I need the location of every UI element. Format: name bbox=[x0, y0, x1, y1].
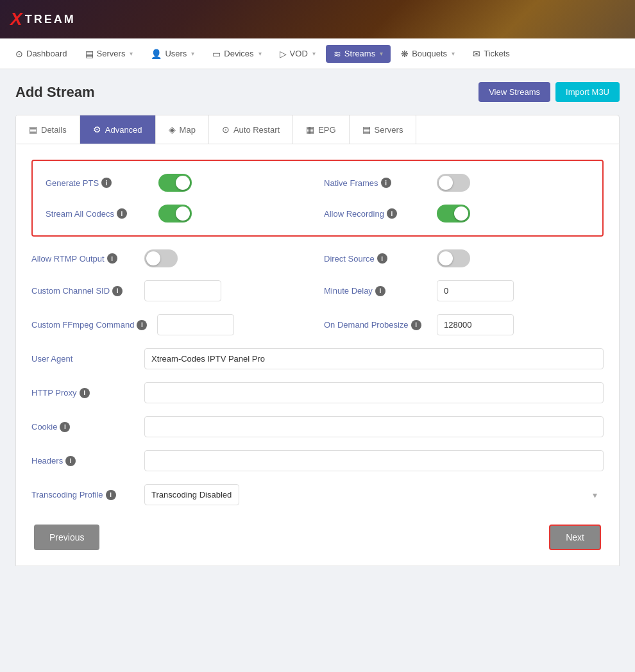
page-header: Add Stream View Streams Import M3U bbox=[15, 82, 620, 102]
bouquets-icon: ❋ bbox=[401, 49, 409, 59]
allow-recording-toggle[interactable] bbox=[437, 205, 470, 223]
tab-epg-label: EPG bbox=[318, 125, 335, 135]
transcoding-profile-select[interactable]: Transcoding Disabled Option 1 Option 2 bbox=[144, 484, 239, 505]
tab-servers-label: Servers bbox=[375, 125, 403, 135]
highlighted-section: Generate PTS i Native Frames i bbox=[31, 160, 604, 237]
view-streams-button[interactable]: View Streams bbox=[478, 82, 550, 102]
stream-all-codecs-info-icon[interactable]: i bbox=[117, 208, 127, 219]
form-row-sid-delay: Custom Channel SID i Minute Delay i bbox=[31, 280, 604, 301]
minute-delay-input[interactable] bbox=[437, 280, 514, 301]
http-proxy-row: HTTP Proxy i bbox=[31, 382, 604, 403]
tab-advanced-label: Advanced bbox=[105, 125, 142, 135]
headers-info-icon[interactable]: i bbox=[65, 456, 76, 466]
nav-label-devices: Devices bbox=[224, 49, 253, 58]
bottom-buttons: Previous Next bbox=[31, 525, 604, 550]
nav-label-tickets: Tickets bbox=[484, 49, 510, 58]
nav-item-devices[interactable]: ▭ Devices ▾ bbox=[205, 45, 269, 63]
nav-label-servers: Servers bbox=[97, 49, 126, 58]
servers-tab-icon: ▤ bbox=[362, 124, 371, 135]
direct-source-col: Direct Source i bbox=[324, 249, 604, 267]
form-row-rtmp-direct: Allow RTMP Output i Direct Source i bbox=[31, 249, 604, 267]
next-button[interactable]: Next bbox=[549, 525, 601, 550]
bouquets-arrow-icon: ▾ bbox=[452, 50, 455, 57]
tab-map-label: Map bbox=[180, 125, 196, 135]
headers-label: Headers i bbox=[31, 456, 134, 466]
allow-rtmp-info-icon[interactable]: i bbox=[107, 253, 117, 264]
page-content: Add Stream View Streams Import M3U ▤ Det… bbox=[0, 69, 635, 579]
allow-recording-col: Allow Recording i bbox=[324, 205, 589, 223]
tab-epg[interactable]: ▦ EPG bbox=[293, 115, 349, 144]
tab-advanced[interactable]: ⚙ Advanced bbox=[80, 115, 156, 144]
custom-ffmpeg-label: Custom FFmpeg Command i bbox=[31, 320, 147, 330]
nav-item-vod[interactable]: ▷ VOD ▾ bbox=[272, 45, 323, 63]
generate-pts-col: Generate PTS i bbox=[46, 174, 311, 192]
nav-item-dashboard[interactable]: ⊙ Dashboard bbox=[8, 45, 75, 63]
allow-rtmp-toggle[interactable] bbox=[144, 249, 178, 267]
headers-input[interactable] bbox=[144, 450, 604, 471]
custom-channel-sid-input[interactable] bbox=[144, 280, 221, 301]
direct-source-label: Direct Source i bbox=[324, 253, 427, 264]
headers-inner: Headers i bbox=[31, 450, 604, 471]
direct-source-toggle[interactable] bbox=[437, 249, 470, 267]
user-agent-label: User Agent bbox=[31, 354, 134, 364]
custom-ffmpeg-info-icon[interactable]: i bbox=[137, 320, 147, 330]
transcoding-profile-info-icon[interactable]: i bbox=[106, 490, 116, 500]
custom-ffmpeg-input[interactable] bbox=[157, 314, 234, 335]
http-proxy-input[interactable] bbox=[144, 382, 604, 403]
advanced-tab-icon: ⚙ bbox=[93, 124, 101, 135]
direct-source-info-icon[interactable]: i bbox=[377, 253, 387, 264]
stream-all-codecs-toggle[interactable] bbox=[158, 205, 192, 223]
allow-rtmp-col: Allow RTMP Output i bbox=[31, 249, 311, 267]
epg-tab-icon: ▦ bbox=[306, 124, 314, 135]
generate-pts-info-icon[interactable]: i bbox=[101, 178, 112, 188]
custom-channel-sid-info-icon[interactable]: i bbox=[112, 286, 123, 296]
native-frames-label: Native Frames i bbox=[324, 178, 427, 188]
nav-item-streams[interactable]: ≋ Streams ▾ bbox=[326, 45, 391, 63]
nav-label-users: Users bbox=[165, 49, 187, 58]
nav-item-servers[interactable]: ▤ Servers ▾ bbox=[78, 45, 141, 63]
navbar: ⊙ Dashboard ▤ Servers ▾ 👤 Users ▾ ▭ Devi… bbox=[0, 38, 635, 69]
cookie-info-icon[interactable]: i bbox=[60, 422, 70, 432]
streams-icon: ≋ bbox=[334, 49, 341, 59]
top-banner: X TREAM bbox=[0, 0, 635, 38]
stream-all-codecs-col: Stream All Codecs i bbox=[46, 205, 311, 223]
nav-item-bouquets[interactable]: ❋ Bouquets ▾ bbox=[393, 45, 462, 63]
native-frames-toggle[interactable] bbox=[437, 174, 470, 192]
user-agent-input[interactable] bbox=[144, 348, 604, 369]
nav-item-tickets[interactable]: ✉ Tickets bbox=[465, 45, 518, 63]
nav-item-users[interactable]: 👤 Users ▾ bbox=[143, 45, 202, 63]
form-row-ffmpeg-probesize: Custom FFmpeg Command i On Demand Probes… bbox=[31, 314, 604, 335]
allow-rtmp-label: Allow RTMP Output i bbox=[31, 253, 134, 264]
generate-pts-toggle[interactable] bbox=[158, 174, 192, 192]
transcoding-profile-inner: Transcoding Profile i Transcoding Disabl… bbox=[31, 484, 604, 505]
tab-servers[interactable]: ▤ Servers bbox=[350, 115, 417, 144]
allow-recording-info-icon[interactable]: i bbox=[387, 208, 397, 219]
on-demand-probesize-input[interactable] bbox=[437, 314, 514, 335]
http-proxy-label: HTTP Proxy i bbox=[31, 388, 134, 398]
on-demand-probesize-col: On Demand Probesize i bbox=[324, 314, 604, 335]
devices-arrow-icon: ▾ bbox=[258, 50, 262, 57]
custom-channel-sid-label: Custom Channel SID i bbox=[31, 286, 134, 296]
tab-auto-restart[interactable]: ⊙ Auto Restart bbox=[209, 115, 293, 144]
tab-details[interactable]: ▤ Details bbox=[16, 115, 80, 144]
transcoding-profile-select-wrap: Transcoding Disabled Option 1 Option 2 bbox=[144, 484, 604, 505]
on-demand-probesize-info-icon[interactable]: i bbox=[411, 320, 421, 330]
native-frames-info-icon[interactable]: i bbox=[381, 178, 391, 188]
user-agent-inner: User Agent bbox=[31, 348, 604, 369]
import-m3u-button[interactable]: Import M3U bbox=[555, 82, 620, 102]
page-title: Add Stream bbox=[15, 84, 94, 101]
header-buttons: View Streams Import M3U bbox=[478, 82, 620, 102]
user-agent-row: User Agent bbox=[31, 348, 604, 369]
form-row-generate-pts: Generate PTS i Native Frames i bbox=[46, 174, 589, 192]
minute-delay-label: Minute Delay i bbox=[324, 286, 427, 296]
minute-delay-info-icon[interactable]: i bbox=[375, 286, 385, 296]
tab-map[interactable]: ◈ Map bbox=[156, 115, 209, 144]
cookie-input[interactable] bbox=[144, 416, 604, 437]
cookie-row: Cookie i bbox=[31, 416, 604, 437]
logo-x: X bbox=[10, 9, 22, 29]
form-area: Generate PTS i Native Frames i bbox=[15, 144, 620, 566]
http-proxy-info-icon[interactable]: i bbox=[80, 388, 90, 398]
previous-button[interactable]: Previous bbox=[34, 525, 99, 550]
cookie-label: Cookie i bbox=[31, 422, 134, 432]
vod-icon: ▷ bbox=[280, 49, 287, 59]
